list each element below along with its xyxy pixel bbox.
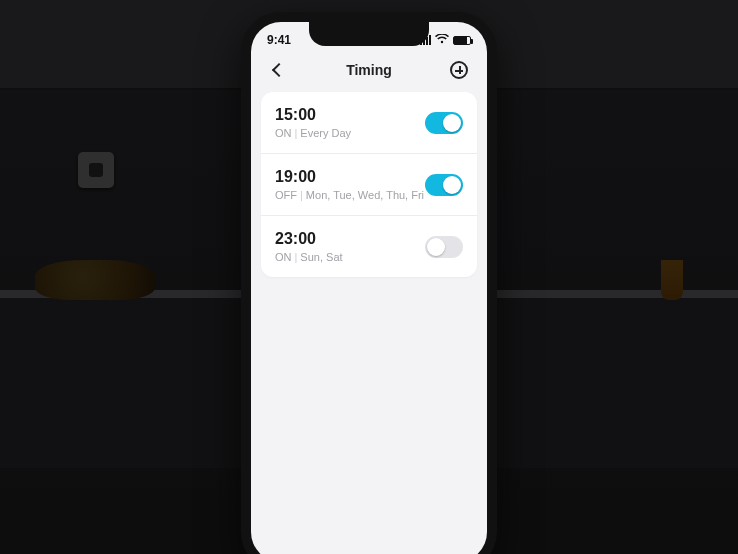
status-time: 9:41 — [267, 33, 291, 47]
schedule-time: 19:00 — [275, 168, 424, 186]
nav-bar: Timing — [251, 52, 487, 92]
phone-screen: 9:41 Timing — [251, 22, 487, 554]
wifi-icon — [435, 33, 449, 47]
notch — [309, 22, 429, 46]
schedule-row[interactable]: 19:00 OFF|Mon, Tue, Wed, Thu, Fri — [261, 153, 477, 215]
background-photo: 9:41 Timing — [0, 0, 738, 554]
schedule-subtitle: ON|Every Day — [275, 127, 351, 139]
chevron-left-icon — [272, 63, 286, 77]
plus-circle-icon — [450, 61, 468, 79]
phone-frame: 9:41 Timing — [241, 12, 497, 554]
schedule-time: 23:00 — [275, 230, 343, 248]
schedule-subtitle: OFF|Mon, Tue, Wed, Thu, Fri — [275, 189, 424, 201]
add-button[interactable] — [447, 58, 471, 82]
schedule-toggle[interactable] — [425, 236, 463, 258]
battery-icon — [453, 36, 471, 45]
back-button[interactable] — [267, 58, 291, 82]
schedule-row[interactable]: 15:00 ON|Every Day — [261, 92, 477, 153]
schedule-time: 15:00 — [275, 106, 351, 124]
schedule-row[interactable]: 23:00 ON|Sun, Sat — [261, 215, 477, 277]
schedule-subtitle: ON|Sun, Sat — [275, 251, 343, 263]
schedule-toggle[interactable] — [425, 174, 463, 196]
page-title: Timing — [346, 62, 392, 78]
schedule-toggle[interactable] — [425, 112, 463, 134]
schedule-list: 15:00 ON|Every Day 19:00 OFF|Mon, Tue, W… — [261, 92, 477, 277]
